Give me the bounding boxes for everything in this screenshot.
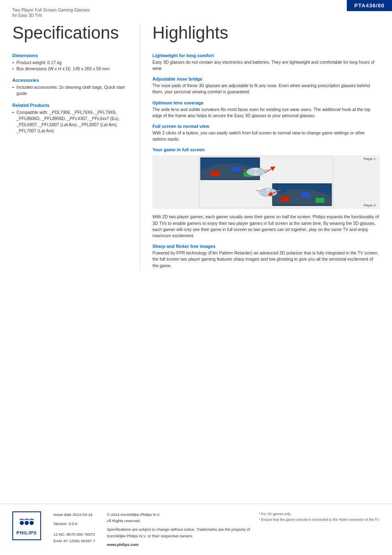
website-link: www.philips.com [107, 541, 255, 548]
version-value: 9.0.9 [69, 521, 77, 526]
footer-col-notes: * For 2D games only. * Ensure that the g… [259, 511, 380, 548]
svg-rect-9 [281, 197, 290, 201]
highlight-fullscreen-text: With 2 clicks of a button, you can easil… [152, 130, 380, 142]
svg-rect-11 [316, 198, 325, 203]
highlight-sharp-header: Sharp and flicker free images [152, 244, 380, 249]
footer-col-legal: © 2014 Koninklijke Philips N.V. All Righ… [107, 511, 259, 548]
legal-text: Specifications are subject to change wit… [107, 526, 255, 539]
issue-date-row: Issue date 2014-03-14 [53, 511, 107, 518]
highlight-lens-header: Optimum lens coverage [152, 100, 380, 105]
highlight-lens-text: The wide lens and subtle curvature fits … [152, 106, 380, 119]
version-label: Version: [53, 521, 67, 526]
ean-label: EAN: [53, 539, 62, 543]
ean-row: EAN: 87 12581 60397 7 [53, 538, 107, 544]
player1-label: Player 1 [364, 157, 376, 161]
ean-value: 87 12581 60397 7 [64, 539, 95, 543]
footer-note2: * Ensure that the game console is connec… [259, 517, 380, 523]
accessories-item-1: Included accessories: 2x cleaning cloth … [12, 84, 127, 97]
accessories-list: Included accessories: 2x cleaning cloth … [12, 84, 127, 97]
footer-col-dates: Issue date 2014-03-14 Version: 9.0.9 12 … [53, 511, 107, 548]
dimensions-header: Dimensions [12, 53, 127, 58]
main-content: Dimensions Product weight: 0.17 kg Box d… [0, 49, 392, 271]
product-code-badge: PTA436/00 [347, 0, 392, 11]
product-sub: for Easy 3D TVs [12, 13, 380, 18]
issue-date: 2014-03-14 [72, 512, 92, 517]
svg-point-23 [20, 521, 24, 525]
version-row: Version: 9.0.9 [53, 520, 107, 527]
dimensions-list: Product weight: 0.17 kg Box dimensions (… [12, 60, 127, 72]
product-line: Two Player Full Screen Gaming Glasses [12, 7, 380, 13]
accessories-header: Accessories [12, 78, 127, 83]
nc-value: 8670 000 76573 [67, 532, 95, 536]
highlight-lightweight-header: Lightweight for long comfort [152, 53, 380, 58]
rights-text: All Rights reserved. [107, 518, 255, 524]
svg-point-13 [249, 169, 255, 175]
related-products-text: Compatible with: _PDL7906, _PFL76X6, _PF… [12, 109, 127, 134]
highlights-title: Highlights [152, 24, 380, 42]
highlight-sharp-text: Powered by FPR technology (Film Pattern … [152, 250, 380, 269]
svg-rect-4 [231, 167, 240, 172]
highlight-fullscreen-header: Full screen to normal view [152, 124, 380, 129]
game-illustration-container: Player 1 [152, 155, 380, 209]
philips-waves-icon [18, 517, 36, 530]
dimension-item-2: Box dimensions (W x H x D): 145 x 265 x … [12, 66, 127, 72]
philips-logo: PHILIPS [12, 511, 41, 540]
nc-label: 12 NC: [53, 532, 66, 536]
copyright-text: © 2014 Koninklijke Philips N.V. [107, 511, 255, 518]
game-illustration-svg [152, 155, 380, 209]
dimension-item-1: Product weight: 0.17 kg [12, 60, 127, 66]
footer: PHILIPS Issue date 2014-03-14 Version: 9… [0, 504, 392, 555]
philips-name: PHILIPS [16, 530, 37, 535]
highlight-nose-header: Adjustable nose bridge [152, 76, 380, 81]
specifications-title: Specifications [12, 24, 127, 42]
svg-point-24 [25, 521, 29, 525]
highlight-game-header: Your game in full screen [152, 147, 380, 152]
svg-point-18 [261, 190, 267, 195]
nc-row: 12 NC: 8670 000 76573 [53, 531, 107, 538]
left-column: Dimensions Product weight: 0.17 kg Box d… [12, 49, 140, 271]
issue-label: Issue date [53, 512, 71, 517]
related-products-list: Compatible with: _PDL7906, _PFL76X6, _PF… [12, 109, 127, 134]
highlight-lightweight-text: Easy 3D glasses do not contain any elect… [152, 59, 380, 72]
svg-point-25 [30, 521, 34, 525]
footer-note1: * For 2D games only. [259, 511, 380, 517]
footer-columns: Issue date 2014-03-14 Version: 9.0.9 12 … [53, 511, 380, 548]
highlight-nose-text: The nose pads of these 3D glasses are ad… [152, 83, 380, 95]
page-header: Two Player Full Screen Gaming Glasses fo… [0, 0, 392, 21]
player2-label: Player 2 [364, 204, 376, 207]
highlight-game-text: With 2D two-player games, each gamer usu… [152, 214, 380, 239]
right-column: Lightweight for long comfort Easy 3D gla… [140, 49, 380, 271]
svg-point-14 [257, 169, 263, 175]
svg-rect-10 [301, 192, 310, 197]
svg-rect-3 [211, 171, 220, 176]
related-products-header: Related Products [12, 103, 127, 108]
